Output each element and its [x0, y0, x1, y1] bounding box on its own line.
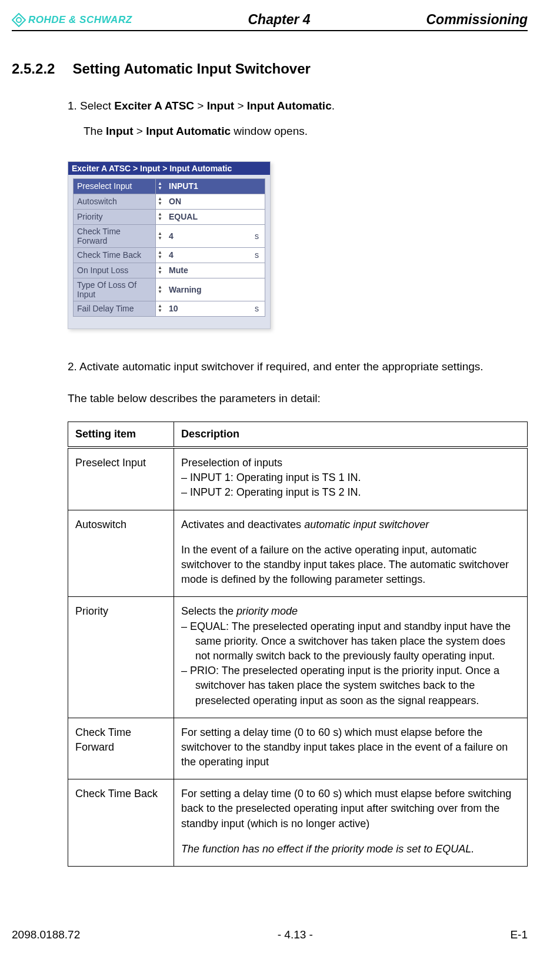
section-heading: 2.5.2.2 Setting Automatic Input Switchov… [12, 61, 528, 77]
table-row: Preselect Input Preselection of inputs I… [68, 447, 528, 510]
config-breadcrumb: Exciter A ATSC > Input > Input Automatic [68, 162, 270, 175]
updown-icon[interactable]: ▲ ▼ [158, 181, 162, 191]
config-row-value[interactable]: ▲ ▼Warning [156, 278, 265, 301]
logo-icon [12, 13, 26, 27]
updown-icon[interactable]: ▲ ▼ [158, 231, 162, 241]
page-title: Commissioning [426, 12, 528, 28]
description-table: Setting item Description Preselect Input… [68, 422, 528, 867]
updown-icon[interactable]: ▲ ▼ [158, 212, 162, 221]
config-row-label: Check Time Forward [74, 224, 156, 247]
svg-marker-0 [12, 14, 25, 26]
config-row-value[interactable]: ▲ ▼EQUAL [156, 209, 265, 224]
updown-icon[interactable]: ▲ ▼ [158, 197, 162, 206]
config-table: Preselect Input▲ ▼INPUT1Autoswitch▲ ▼ONP… [73, 178, 265, 317]
col-setting-item: Setting item [68, 422, 174, 448]
updown-icon[interactable]: ▲ ▼ [158, 285, 162, 294]
config-panel: Exciter A ATSC > Input > Input Automatic… [68, 161, 271, 329]
config-row-value[interactable]: ▲ ▼4s [156, 224, 265, 247]
brand-text: ROHDE & SCHWARZ [28, 14, 132, 26]
updown-icon[interactable]: ▲ ▼ [158, 250, 162, 260]
step-1: 1. Select Exciter A ATSC > Input > Input… [68, 98, 528, 114]
config-row-label: Check Time Back [74, 247, 156, 263]
chapter-label: Chapter 4 [248, 12, 310, 28]
svg-point-1 [16, 18, 21, 22]
table-row: Check Time Forward For setting a delay t… [68, 718, 528, 779]
config-row-label: Fail Delay Time [74, 301, 156, 316]
table-row: Check Time Back For setting a delay time… [68, 779, 528, 867]
section-number: 2.5.2.2 [12, 61, 55, 77]
table-row: Autoswitch Activates and deactivates aut… [68, 510, 528, 597]
config-row-label: Type Of Loss Of Input [74, 278, 156, 301]
step-2: 2. Activate automatic input switchover i… [68, 359, 528, 375]
config-row-label: Priority [74, 209, 156, 224]
config-row: Check Time Forward▲ ▼4s [74, 224, 265, 247]
col-description: Description [174, 422, 528, 448]
config-row-value[interactable]: ▲ ▼ON [156, 194, 265, 209]
table-row: Priority Selects the priority mode EQUAL… [68, 597, 528, 718]
footer-right: E-1 [510, 928, 528, 941]
footer-center: - 4.13 - [278, 928, 313, 941]
page-footer: 2098.0188.72 - 4.13 - E-1 [12, 928, 528, 941]
config-row: Check Time Back▲ ▼4s [74, 247, 265, 263]
table-intro: The table below describes the parameters… [68, 392, 528, 405]
content-body: 1. Select Exciter A ATSC > Input > Input… [12, 98, 528, 867]
config-row-label: Preselect Input [74, 178, 156, 194]
config-row-label: On Input Loss [74, 263, 156, 278]
updown-icon[interactable]: ▲ ▼ [158, 304, 162, 313]
updown-icon[interactable]: ▲ ▼ [158, 266, 162, 275]
page-header: ROHDE & SCHWARZ Chapter 4 Commissioning [12, 12, 528, 31]
config-row: Fail Delay Time▲ ▼10s [74, 301, 265, 316]
footer-left: 2098.0188.72 [12, 928, 80, 941]
config-row: Preselect Input▲ ▼INPUT1 [74, 178, 265, 194]
section-title: Setting Automatic Input Switchover [72, 61, 310, 77]
config-row-value[interactable]: ▲ ▼10s [156, 301, 265, 316]
config-row: Type Of Loss Of Input▲ ▼Warning [74, 278, 265, 301]
config-row-value[interactable]: ▲ ▼Mute [156, 263, 265, 278]
config-row: On Input Loss▲ ▼Mute [74, 263, 265, 278]
config-row-label: Autoswitch [74, 194, 156, 209]
step-1-result: The Input > Input Automatic window opens… [68, 125, 528, 138]
config-row: Autoswitch▲ ▼ON [74, 194, 265, 209]
config-row: Priority▲ ▼EQUAL [74, 209, 265, 224]
brand-logo: ROHDE & SCHWARZ [12, 13, 132, 27]
config-row-value[interactable]: ▲ ▼INPUT1 [156, 178, 265, 194]
config-row-value[interactable]: ▲ ▼4s [156, 247, 265, 263]
